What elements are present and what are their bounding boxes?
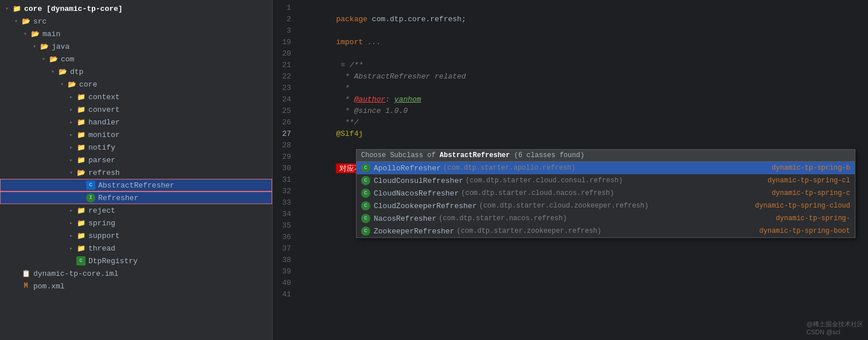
code-line-21: * AbstractRefresher related (300, 60, 868, 71)
src-label: src (33, 17, 46, 26)
sidebar-item-core[interactable]: 📂 core (0, 78, 272, 91)
reject-label: reject (88, 206, 115, 215)
popup-nacos-module: dynamic-tp-spring- (776, 214, 850, 222)
sidebar-item-src[interactable]: 📂 src (0, 15, 272, 28)
folder-notify-icon: 📁 (76, 142, 86, 153)
editor-content: 1 2 3 19 20 21 22 23 24 25 26 27 28 29 3… (273, 0, 868, 340)
code-line-2 (300, 14, 868, 25)
popup-item-icon-nacos: C (361, 214, 370, 223)
sidebar-item-support[interactable]: 📁 support (0, 229, 272, 242)
abstract-refresher-label: AbstractRefresher (98, 181, 175, 190)
popup-header: Choose Subclass of AbstractRefresher (6 … (356, 150, 855, 162)
popup-apollo-name: ApolloRefresher (374, 164, 441, 173)
ln-20: 20 (273, 48, 291, 60)
sidebar-item-com[interactable]: 📂 com (0, 53, 272, 65)
sidebar-item-refresher[interactable]: I Refresher (0, 192, 272, 204)
popup-item-cloud-zookeeper[interactable]: C CloudZookeeperRefresher (com.dtp.start… (356, 200, 855, 212)
sidebar-item-refresh[interactable]: 📂 refresh (0, 166, 272, 179)
sidebar-item-reject[interactable]: 📁 reject (0, 204, 272, 217)
sidebar-item-abstract-refresher[interactable]: C AbstractRefresher (0, 179, 272, 192)
code-line-27: 🔴 ⬡ public abstract class AbstractRefres… (300, 128, 868, 140)
autocomplete-popup[interactable]: Choose Subclass of AbstractRefresher (6 … (356, 149, 855, 238)
code-line-30 (300, 241, 868, 252)
popup-item-cloud-nacos[interactable]: C CloudNacosRefresher (com.dtp.starter.c… (356, 187, 855, 200)
watermark-line1: @稀土掘金技术社区 (807, 320, 863, 329)
popup-item-zookeeper[interactable]: C ZookeeperRefresher (com.dtp.starter.zo… (356, 225, 855, 237)
sidebar-item-monitor[interactable]: 📁 monitor (0, 128, 272, 141)
ln-23: 23 (273, 83, 291, 94)
sidebar-item-spring[interactable]: 📁 spring (0, 217, 272, 229)
arrow-handler (67, 119, 76, 126)
arrow-reject (67, 207, 76, 214)
arrow-thread (67, 245, 76, 252)
popup-item-apollo[interactable]: C ApolloRefresher (com.dtp.starter.apoll… (356, 162, 855, 174)
sidebar-item-thread[interactable]: 📁 thread (0, 242, 272, 255)
arrow-dtp (48, 68, 57, 75)
code-line-36: ↑ (300, 310, 868, 321)
arrow-com (39, 56, 48, 62)
folder-monitor-icon: 📁 (76, 130, 86, 140)
ln-22: 22 (273, 71, 291, 83)
folder-convert-icon: 📁 (76, 104, 86, 115)
code-line-20: ≡ /** (300, 48, 868, 60)
code-line-38: if (StringUtils.isBlank(content) || Obje… (300, 333, 868, 340)
popup-cloud-nacos-package: (com.dtp.starter.cloud.nacos.refresh) (461, 189, 614, 197)
popup-zk-module: dynamic-tp-spring-boot (760, 227, 850, 235)
code-editor: 1 2 3 19 20 21 22 23 24 25 26 27 28 29 3… (273, 0, 868, 340)
popup-item-icon-cloud-nacos: C (361, 189, 370, 198)
folder-src-icon: 📂 (21, 16, 31, 26)
dtpregistry-label: DtpRegistry (88, 257, 138, 265)
sidebar-item-context[interactable]: 📁 context (0, 91, 272, 103)
context-label: context (88, 93, 120, 101)
code-line-26: @Slf4j (300, 117, 868, 128)
folder-main-icon: 📂 (30, 29, 40, 39)
popup-item-icon-cloud-zk: C (361, 201, 370, 210)
code-line-31 (300, 252, 868, 264)
popup-item-cloud-consul[interactable]: C CloudConsulRefresher (com.dtp.starter.… (356, 174, 855, 187)
popup-item-icon-apollo: C (361, 163, 370, 173)
spring-label: spring (88, 219, 115, 228)
ln-37: 37 (273, 243, 291, 255)
sidebar-item-parser[interactable]: 📁 parser (0, 154, 272, 166)
iml-label: dynamic-tp-core.iml (33, 269, 118, 278)
ln-21: 21 (273, 60, 291, 71)
arrow-parser (67, 157, 76, 163)
arrow-context (67, 93, 76, 100)
handler-label: handler (88, 118, 120, 127)
arrow-java (30, 43, 39, 50)
code-area[interactable]: package com.dtp.core.refresh; import ...… (296, 0, 868, 340)
popup-item-nacos[interactable]: C NacosRefresher (com.dtp.starter.nacos.… (356, 212, 855, 225)
arrow-notify (67, 144, 76, 151)
parser-label: parser (88, 156, 115, 165)
popup-item-icon-zk: C (361, 226, 370, 236)
ln-33: 33 (273, 197, 291, 209)
sidebar-item-pom[interactable]: M pom.xml (0, 280, 272, 292)
popup-consul-name: CloudConsulRefresher (374, 177, 463, 185)
line-numbers: 1 2 3 19 20 21 22 23 24 25 26 27 28 29 3… (273, 0, 296, 340)
dtp-label: dtp (70, 68, 83, 76)
folder-thread-icon: 📁 (76, 243, 86, 253)
ln-38: 38 (273, 255, 291, 266)
refresher-label: Refresher (98, 194, 138, 202)
arrow-monitor (67, 131, 76, 138)
popup-cloud-nacos-name: CloudNacosRefresher (374, 189, 459, 198)
dtpregistry-icon: C (76, 256, 86, 266)
code-line-23: * @author: yanhom (300, 83, 868, 94)
sidebar-item-dtp[interactable]: 📂 dtp (0, 65, 272, 78)
popup-zk-package: (com.dtp.starter.zookeeper.refresh) (456, 227, 601, 235)
sidebar-item-handler[interactable]: 📁 handler (0, 116, 272, 128)
arrow-support (67, 232, 76, 239)
core-label: core (79, 80, 97, 89)
sidebar-item-iml[interactable]: 📋 dynamic-tp-core.iml (0, 267, 272, 280)
folder-spring-icon: 📁 (76, 218, 86, 228)
sidebar-item-main[interactable]: 📂 main (0, 28, 272, 40)
sidebar-item-java[interactable]: 📂 java (0, 40, 272, 53)
sidebar-item-notify[interactable]: 📁 notify (0, 141, 272, 154)
sidebar-item-dtpregistry[interactable]: C DtpRegistry (0, 255, 272, 267)
ln-32: 32 (273, 186, 291, 197)
sidebar-item-convert[interactable]: 📁 convert (0, 103, 272, 116)
root-label: core [dynamic-tp-core] (24, 5, 123, 13)
popup-cloud-zk-name: CloudZookeeperRefresher (374, 202, 476, 210)
sidebar-item-root[interactable]: 📁 core [dynamic-tp-core] (0, 2, 272, 15)
ln-30: 30 (273, 163, 291, 174)
